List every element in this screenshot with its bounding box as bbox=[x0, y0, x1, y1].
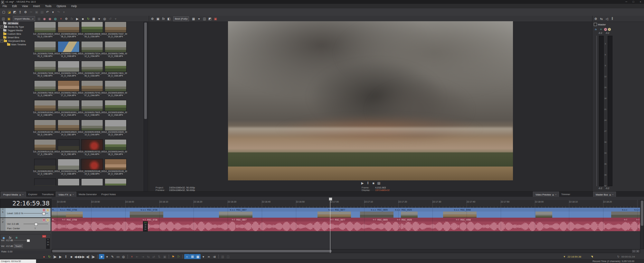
media-thumbnail[interactable] bbox=[105, 120, 127, 131]
bin-tree-item-custom-bins[interactable]: Custom Bins bbox=[0, 32, 33, 36]
media-thumbnail[interactable] bbox=[58, 80, 80, 92]
previous-frame-button[interactable]: ◀| bbox=[85, 254, 90, 259]
media-file-item[interactable]: DJI_20230605174818_0011_D_OAB.MP4 bbox=[33, 80, 57, 97]
media-file-item[interactable]: DJI_20230605205108_0020_D_OSA.MP4 bbox=[104, 159, 127, 175]
clip-icons[interactable]: ⇅ fx ≡ bbox=[454, 209, 460, 211]
clip-icons[interactable]: fx ≡ bbox=[232, 219, 236, 221]
media-file-item[interactable]: DJI_20230605193732_0011_D_O4A.MP4 bbox=[80, 139, 104, 156]
vol-slider[interactable] bbox=[24, 224, 48, 224]
play-button[interactable]: ▶ bbox=[58, 254, 63, 259]
close-button[interactable]: × bbox=[637, 0, 644, 4]
video-clip[interactable]: RSC_5736⇅ fx ≡ bbox=[147, 208, 236, 218]
slide-button[interactable]: ⇄ bbox=[151, 254, 156, 259]
zoom-in-button[interactable]: + bbox=[636, 250, 639, 253]
envelope-edit-tool-button[interactable]: ✎ bbox=[110, 254, 115, 259]
track-menu-icon[interactable]: ≡ bbox=[0, 218, 5, 221]
mute-icon[interactable]: M bbox=[604, 28, 607, 31]
media-thumbnail[interactable] bbox=[58, 120, 80, 131]
video-clip[interactable]: RSC_9058⇅ fx ≡ bbox=[460, 208, 628, 218]
audio-track-body[interactable]: R...fx ≡RSC_0706fx ≡RSC_5736fx ≡RSC_0807… bbox=[52, 218, 640, 231]
tab-media-generator[interactable]: Media Generator bbox=[76, 192, 99, 197]
timeline-ruler[interactable]: 22:15:4022:15:5022:16:0022:16:1022:16:20… bbox=[52, 200, 640, 208]
media-file-item[interactable]: RSA_2022.MP4 bbox=[33, 178, 57, 186]
menu-item-help[interactable]: Help bbox=[69, 4, 79, 8]
level-slider[interactable] bbox=[24, 213, 48, 213]
video-clip[interactable]: RSC_0807⇅ fx ≡ bbox=[236, 208, 335, 218]
delete-button[interactable]: × bbox=[129, 254, 135, 259]
tab-trimmer[interactable]: Trimmer bbox=[559, 192, 573, 197]
menu-item-view[interactable]: View bbox=[19, 4, 30, 8]
stop-preview-icon[interactable]: ■ bbox=[80, 16, 86, 22]
media-file-item[interactable]: DJI_20230605165034_0008_D_OSA.MP4 bbox=[57, 22, 80, 38]
external-monitor-icon[interactable]: ▣ bbox=[155, 16, 161, 22]
audio-clip[interactable]: R...fx ≡ bbox=[52, 218, 66, 231]
clip-icons[interactable]: ⇅ fx ≡ bbox=[60, 209, 66, 211]
save-project-icon[interactable]: ◩ bbox=[12, 9, 17, 15]
media-fx-icon[interactable]: fx bbox=[69, 16, 75, 22]
audio-clip[interactable]: RSC_0807fx ≡ bbox=[236, 218, 335, 231]
undo-dropdown-icon[interactable]: ▾ bbox=[50, 9, 56, 15]
save-snapshot-icon[interactable]: ◩ bbox=[207, 16, 213, 22]
preview-pause-icon[interactable]: ‖ bbox=[365, 180, 371, 186]
playhead-marker[interactable] bbox=[329, 197, 332, 201]
media-file-item[interactable]: DJI_20230605170437_0010_D_OSA.MP4 bbox=[104, 22, 127, 38]
ripple-edits-button[interactable]: ⇉ bbox=[212, 254, 217, 259]
preview-menu-icon[interactable]: ▤ bbox=[376, 180, 382, 186]
media-thumbnail[interactable] bbox=[81, 178, 103, 186]
trim-end-button[interactable]: ⇥ bbox=[140, 254, 146, 259]
video-fx-icon[interactable]: fx bbox=[161, 16, 166, 22]
float-tab-icon[interactable]: ▣ bbox=[609, 194, 611, 196]
media-thumbnail[interactable] bbox=[34, 178, 56, 186]
record-button[interactable]: ● bbox=[41, 254, 47, 259]
preview-quality-dropdown[interactable]: Best (Full) ▾ bbox=[173, 16, 189, 21]
snapping-dropdown[interactable]: ▾ bbox=[201, 254, 206, 259]
menu-item-tools[interactable]: Tools bbox=[43, 4, 54, 8]
redo-icon[interactable]: ↷ bbox=[56, 9, 61, 15]
media-thumbnail[interactable] bbox=[81, 41, 103, 52]
edit-tool-dropdown[interactable]: ▾ bbox=[104, 254, 110, 259]
media-thumbnail[interactable] bbox=[81, 159, 103, 170]
clip-icons[interactable]: ⇅ fx ≡ bbox=[395, 209, 401, 211]
media-thumbnail[interactable] bbox=[81, 61, 103, 72]
insert-region-button[interactable]: ⚐ bbox=[176, 254, 181, 259]
float-window-icon[interactable]: ◫ bbox=[1, 16, 6, 22]
media-thumbnail[interactable] bbox=[34, 61, 56, 72]
copy-snapshot-icon[interactable]: ▣ bbox=[213, 16, 218, 22]
media-file-item[interactable]: DJI_20230605173214_0012_D_OSA.MP4 bbox=[80, 41, 104, 58]
views-icon[interactable]: ▦ bbox=[91, 16, 97, 22]
media-file-item[interactable]: DJI_20230605191218_0017_D_O5A.MP4 bbox=[33, 139, 57, 156]
media-file-item[interactable]: DJI_20230605164619_0003_D_OSA.MP4 bbox=[33, 22, 57, 38]
clip-icons[interactable]: fx ≡ bbox=[397, 219, 401, 221]
audio-clip[interactable]: RSC_5736fx ≡ bbox=[147, 218, 236, 231]
video-clip[interactable]: RSC_5877⇅ fx ≡ bbox=[334, 208, 377, 218]
audio-solo-icon[interactable]: S bbox=[46, 219, 49, 222]
solo-icon[interactable]: S bbox=[608, 28, 611, 31]
import-media-button[interactable]: Import Media... ▾ bbox=[13, 16, 35, 21]
tab-video-fx[interactable]: Video FX▣× bbox=[56, 192, 76, 197]
media-thumbnail[interactable] bbox=[34, 80, 56, 92]
insert-marker-button[interactable]: ⚑ bbox=[170, 254, 176, 259]
safe-area-icon[interactable]: ◫ bbox=[202, 16, 207, 22]
clip-icons[interactable]: ⇅ fx ≡ bbox=[328, 209, 334, 211]
media-thumbnail[interactable] bbox=[34, 100, 56, 111]
video-output-settings-icon[interactable]: ⚙ bbox=[150, 16, 155, 22]
media-file-item[interactable]: DJI_20230605201231_0019_D_OSB.MP4 bbox=[57, 159, 80, 175]
media-thumbnail[interactable] bbox=[34, 159, 56, 170]
open-project-icon[interactable]: ◪ bbox=[6, 9, 12, 15]
media-thumbnail[interactable] bbox=[34, 22, 56, 33]
tab-project-media[interactable]: Project Media▣× bbox=[1, 192, 26, 197]
tree-expander-icon[interactable]: + bbox=[0, 25, 3, 28]
track-menu-icon[interactable]: ≡ bbox=[0, 208, 5, 211]
downmix-output-icon[interactable]: ⇆ bbox=[599, 16, 604, 22]
audio-clip[interactable]: fx ≡ bbox=[628, 218, 640, 231]
pause-button[interactable]: ‖ bbox=[63, 254, 69, 259]
search-media-icon[interactable]: ◎ bbox=[102, 16, 108, 22]
clip-icons[interactable]: fx ≡ bbox=[373, 219, 377, 221]
media-thumbnail[interactable] bbox=[105, 80, 127, 92]
media-file-item[interactable]: DJI_20230605183740_0009_D_O4A.MP4 bbox=[33, 120, 57, 136]
play-from-start-button[interactable]: |▶ bbox=[52, 254, 58, 259]
hover-scrub-icon[interactable]: ↺ bbox=[108, 16, 113, 22]
media-thumbnail[interactable] bbox=[58, 22, 80, 33]
audio-clip[interactable]: RSC_0706fx ≡ bbox=[66, 218, 147, 231]
automation-settings-icon[interactable]: ✳ bbox=[599, 27, 603, 32]
